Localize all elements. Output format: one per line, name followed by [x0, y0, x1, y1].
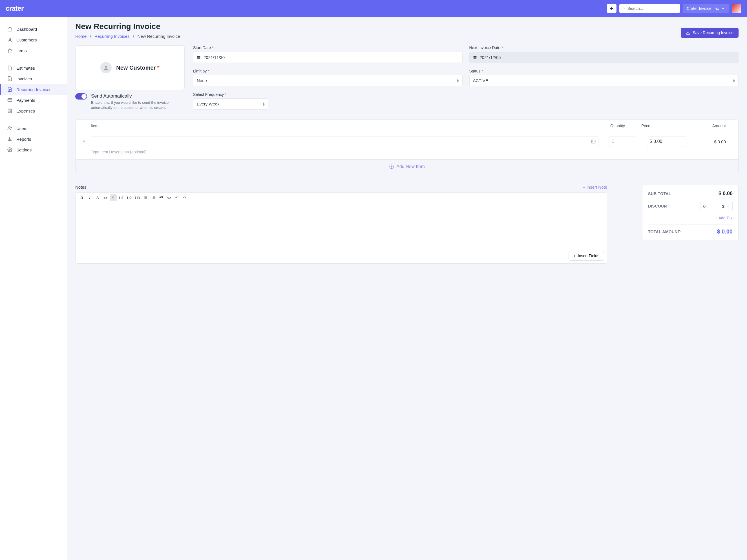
- svg-point-4: [8, 127, 10, 128]
- sidebar-label: Items: [16, 48, 27, 53]
- totals-panel: SUB TOTAL $ 0.00 DISCOUNT 0 $ + Add: [642, 185, 739, 241]
- item-name-input[interactable]: [91, 136, 598, 147]
- svg-point-0: [623, 8, 625, 9]
- breadcrumb-parent[interactable]: Recurring Invoices: [95, 34, 129, 39]
- user-icon: [7, 37, 12, 42]
- number-list-button[interactable]: 123: [150, 194, 157, 201]
- sidebar-item-recurring[interactable]: Recurring Invoices: [0, 84, 67, 95]
- users-icon: [7, 126, 12, 131]
- sidebar-item-settings[interactable]: Settings: [0, 144, 67, 155]
- sidebar-item-expenses[interactable]: Expenses: [0, 105, 67, 116]
- sidebar-label: Dashboard: [16, 27, 37, 32]
- svg-point-16: [83, 143, 84, 144]
- svg-point-15: [84, 141, 85, 142]
- send-auto-toggle[interactable]: [75, 93, 87, 100]
- limit-select[interactable]: None ▲▼: [193, 75, 463, 86]
- italic-button[interactable]: I: [86, 194, 93, 201]
- status-value: ACTIVE: [473, 78, 488, 83]
- sidebar-item-payments[interactable]: Payments: [0, 95, 67, 105]
- col-price: Price: [641, 124, 687, 128]
- plus-icon: +: [573, 254, 575, 258]
- add-item-button[interactable]: Add New Item: [76, 159, 738, 174]
- discount-unit-dropdown[interactable]: $: [719, 201, 732, 211]
- insert-note-button[interactable]: + Insert Note: [583, 185, 607, 189]
- insert-fields-button[interactable]: + Insert Fields: [569, 251, 604, 260]
- paragraph-button[interactable]: ¶: [110, 194, 117, 201]
- bold-button[interactable]: B: [78, 194, 85, 201]
- discount-label: DISCOUNT: [648, 204, 669, 208]
- company-name: Crater Invoice, Inc: [687, 6, 719, 11]
- frequency-label: Select Frequency *: [193, 92, 268, 97]
- svg-point-14: [83, 141, 84, 142]
- add-button[interactable]: [607, 4, 617, 13]
- drag-handle[interactable]: [82, 139, 91, 144]
- codeblock-button[interactable]: <>: [166, 194, 173, 201]
- frequency-select[interactable]: Every Week ▲▼: [193, 98, 268, 110]
- customer-select[interactable]: New Customer *: [75, 45, 185, 90]
- recurring-icon: [7, 87, 12, 92]
- h1-button[interactable]: H1: [118, 194, 125, 201]
- discount-input[interactable]: 0: [700, 201, 719, 211]
- invoice-icon: [7, 76, 12, 81]
- next-date-label: Next Invoice Date *: [469, 45, 739, 50]
- sidebar-label: Reports: [16, 137, 31, 142]
- svg-point-6: [9, 149, 11, 151]
- svg-rect-9: [197, 56, 200, 57]
- strike-button[interactable]: S: [94, 194, 101, 201]
- status-label: Status *: [469, 69, 739, 73]
- sidebar-label: Invoices: [16, 76, 32, 81]
- h2-button[interactable]: H2: [126, 194, 133, 201]
- search-input[interactable]: [619, 4, 680, 13]
- user-avatar[interactable]: [732, 4, 741, 13]
- item-desc-input[interactable]: Type Item Description (optional): [91, 150, 731, 154]
- next-date-input: 2021/12/05: [469, 52, 739, 63]
- undo-button[interactable]: ↶: [174, 194, 180, 201]
- plus-icon: +: [583, 185, 586, 189]
- sidebar-item-items[interactable]: Items: [0, 45, 67, 56]
- sidebar-item-dashboard[interactable]: Dashboard: [0, 24, 67, 34]
- document-icon: [7, 66, 12, 71]
- toggle-desc: Enable this, if you would like to send t…: [91, 100, 185, 110]
- add-item-label: Add New Item: [396, 164, 424, 169]
- status-select[interactable]: ACTIVE ▲▼: [469, 75, 739, 86]
- gear-icon: [7, 147, 12, 152]
- sidebar-item-invoices[interactable]: Invoices: [0, 73, 67, 84]
- breadcrumb-sep: /: [90, 34, 91, 39]
- qty-input[interactable]: 1: [609, 136, 636, 147]
- breadcrumb-home[interactable]: Home: [75, 34, 86, 39]
- search-icon: [623, 6, 625, 11]
- start-date-input[interactable]: 2021/11/30: [193, 52, 463, 63]
- sidebar-label: Customers: [16, 37, 37, 42]
- add-tax-button[interactable]: + Add Tax: [648, 216, 732, 220]
- sidebar-item-reports[interactable]: Reports: [0, 134, 67, 144]
- bullet-list-button[interactable]: [142, 194, 149, 201]
- sidebar-item-customers[interactable]: Customers: [0, 34, 67, 45]
- app-header: crater Crater Invoice, Inc: [0, 0, 747, 17]
- select-arrows-icon: ▲▼: [456, 79, 460, 83]
- h3-button[interactable]: H3: [134, 194, 141, 201]
- page-title: New Recurring Invoice: [75, 22, 180, 31]
- save-button[interactable]: Save Recurring Invoice: [681, 28, 739, 38]
- sidebar-item-users[interactable]: Users: [0, 123, 67, 134]
- select-arrows-icon: ▲▼: [732, 79, 736, 83]
- logo: crater: [6, 4, 24, 12]
- start-date-value: 2021/11/30: [204, 55, 225, 60]
- svg-rect-3: [8, 109, 11, 113]
- quote-button[interactable]: ❝❞: [158, 194, 164, 201]
- chevron-down-icon: [721, 6, 725, 10]
- svg-text:3: 3: [152, 198, 153, 199]
- company-dropdown[interactable]: Crater Invoice, Inc: [683, 4, 729, 13]
- svg-point-12: [83, 140, 84, 141]
- calendar-icon: [197, 55, 201, 59]
- editor-body[interactable]: [76, 203, 607, 248]
- sidebar-item-estimates[interactable]: Estimates: [0, 62, 67, 73]
- main-content: New Recurring Invoice Home / Recurring I…: [67, 17, 747, 560]
- col-qty: Quantity: [610, 124, 641, 128]
- redo-button[interactable]: ↷: [182, 194, 188, 201]
- plus-icon: [610, 6, 614, 11]
- limit-value: None: [197, 78, 207, 83]
- code-button[interactable]: <>: [102, 194, 109, 201]
- price-input[interactable]: $ 0.00: [647, 136, 687, 147]
- search-field[interactable]: [627, 6, 676, 11]
- col-amount: Amount: [687, 124, 731, 128]
